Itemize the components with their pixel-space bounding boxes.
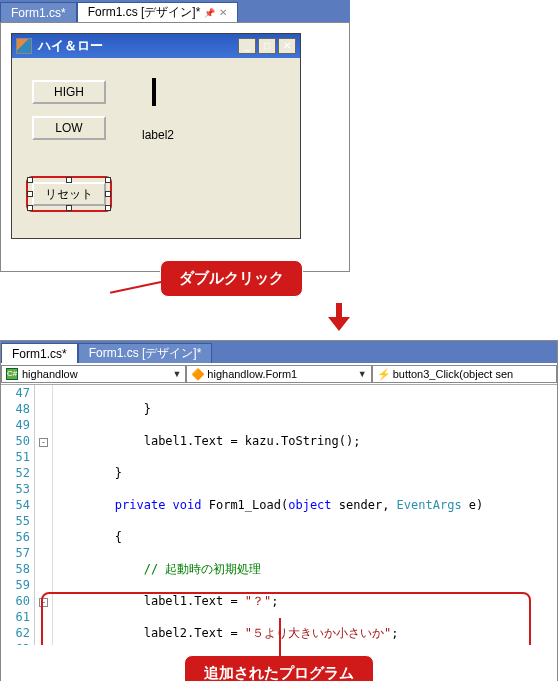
close-icon[interactable]: ✕ [219, 7, 227, 18]
label1[interactable] [152, 78, 156, 106]
class-dropdown[interactable]: 🔶 highandlow.Form1 ▼ [186, 365, 371, 383]
close-button[interactable]: ✕ [278, 38, 296, 54]
window-title: ハイ＆ロー [38, 37, 232, 55]
nav-class-label: highandlow.Form1 [207, 368, 297, 380]
tab-label: Form1.cs* [12, 347, 67, 361]
chevron-down-icon: ▼ [358, 369, 367, 379]
maximize-button[interactable]: □ [258, 38, 276, 54]
project-dropdown[interactable]: C# highandlow ▼ [1, 365, 186, 383]
label2[interactable]: label2 [142, 128, 174, 142]
designer-tab-bar: Form1.cs* Form1.cs [デザイン]* 📌 ✕ [0, 0, 350, 22]
minimize-button[interactable]: _ [238, 38, 256, 54]
chevron-down-icon: ▼ [172, 369, 181, 379]
method-icon: ⚡ [377, 368, 389, 380]
selection-handles[interactable] [30, 180, 108, 208]
nav-method-label: button3_Click(object sen [393, 368, 513, 380]
tab-form1-cs-code[interactable]: Form1.cs* [1, 343, 78, 363]
fold-gutter[interactable]: - - [35, 385, 53, 645]
pin-icon[interactable]: 📌 [204, 8, 215, 18]
nav-project-label: highandlow [22, 368, 78, 380]
designer-canvas[interactable]: ハイ＆ロー _ □ ✕ HIGH LOW label2 リセット [0, 22, 350, 272]
class-icon: 🔶 [191, 368, 203, 380]
navigation-bar: C# highandlow ▼ 🔶 highandlow.Form1 ▼ ⚡ b… [1, 363, 557, 385]
callout-doubleclick: ダブルクリック [160, 260, 303, 297]
low-button[interactable]: LOW [32, 116, 106, 140]
fold-toggle[interactable]: - [39, 598, 48, 607]
csharp-icon: C# [6, 368, 18, 380]
code-text[interactable]: } label1.Text = kazu.ToString(); } priva… [53, 385, 557, 645]
fold-toggle[interactable]: - [39, 438, 48, 447]
tab-form1-design[interactable]: Form1.cs [デザイン]* 📌 ✕ [77, 2, 239, 22]
tab-label: Form1.cs [デザイン]* [89, 345, 202, 362]
high-button[interactable]: HIGH [32, 80, 106, 104]
method-dropdown[interactable]: ⚡ button3_Click(object sen [372, 365, 557, 383]
form-window: ハイ＆ロー _ □ ✕ HIGH LOW label2 リセット [11, 33, 301, 239]
tab-label: Form1.cs [デザイン]* [88, 4, 201, 21]
app-icon [16, 38, 32, 54]
titlebar: ハイ＆ロー _ □ ✕ [12, 34, 300, 58]
tab-form1-cs[interactable]: Form1.cs* [0, 2, 77, 22]
arrow-down-icon [120, 303, 558, 334]
code-area[interactable]: 474849 505152 535455 565758 596061 62636… [1, 385, 557, 645]
tab-label: Form1.cs* [11, 6, 66, 20]
line-number-gutter: 474849 505152 535455 565758 596061 62636… [1, 385, 35, 645]
callout-added-program: 追加されたプログラム [184, 655, 374, 681]
code-tab-bar: Form1.cs* Form1.cs [デザイン]* [1, 341, 557, 363]
form-body[interactable]: HIGH LOW label2 リセット [12, 58, 300, 238]
tab-form1-design-code[interactable]: Form1.cs [デザイン]* [78, 343, 213, 363]
